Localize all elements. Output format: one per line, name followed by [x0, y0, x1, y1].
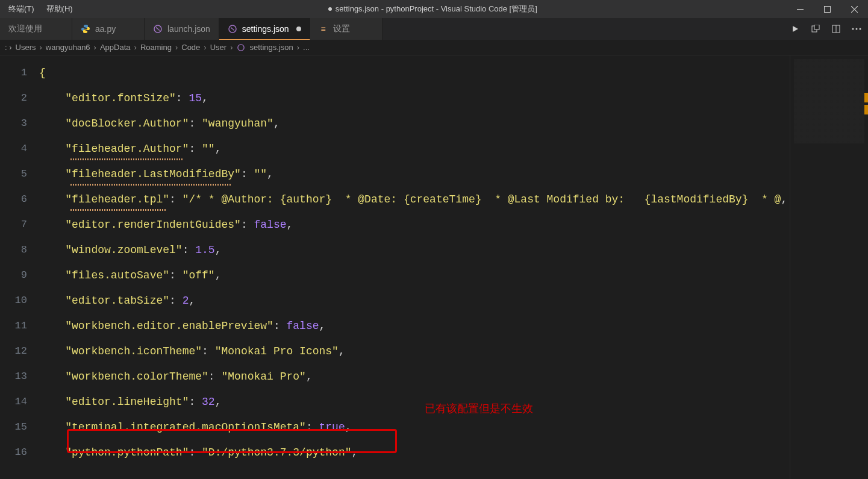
- tab-aa-py[interactable]: aa.py: [72, 18, 145, 40]
- scroll-marker-warn: [864, 105, 868, 114]
- breadcrumb-item[interactable]: Roaming: [140, 43, 172, 52]
- annotation-text: 已有该配置但是不生效: [425, 396, 533, 421]
- tab-actions: [784, 18, 868, 40]
- close-button[interactable]: [841, 0, 868, 18]
- tab-label: launch.json: [167, 24, 210, 34]
- line-number: 1: [0, 60, 27, 86]
- line-number: 4: [0, 136, 27, 161]
- json-icon: [236, 43, 246, 52]
- window-title-area: settings.json - pythonProject - Visual S…: [79, 4, 787, 14]
- breadcrumb-item[interactable]: Users: [16, 43, 36, 52]
- breadcrumb-item[interactable]: User: [210, 43, 226, 52]
- menu-help[interactable]: 帮助(H): [40, 0, 79, 18]
- line-number: 16: [0, 440, 27, 465]
- minimize-button[interactable]: [787, 0, 814, 18]
- code-line[interactable]: "files.autoSave": "off",: [39, 263, 790, 288]
- window-title: settings.json - pythonProject - Visual S…: [336, 4, 537, 14]
- code-line[interactable]: "fileheader.tpl": "/* * @Author: {author…: [39, 187, 790, 212]
- line-number: 13: [0, 364, 27, 389]
- line-number: 11: [0, 313, 27, 339]
- code-line[interactable]: "fileheader.LastModifiedBy": "",: [39, 161, 790, 187]
- minimap-content: [794, 59, 864, 143]
- line-number: 9: [0, 263, 27, 288]
- code-line[interactable]: "editor.tabSize": 2,: [39, 288, 790, 313]
- svg-point-9: [856, 28, 858, 30]
- line-number: 10: [0, 288, 27, 313]
- code-line[interactable]: "workbench.colorTheme": "Monokai Pro",: [39, 364, 790, 389]
- svg-point-11: [238, 44, 244, 50]
- tab-label: settings.json: [242, 24, 289, 34]
- svg-rect-0: [797, 9, 804, 10]
- maximize-button[interactable]: [814, 0, 841, 18]
- line-number: 8: [0, 237, 27, 263]
- line-number: 2: [0, 86, 27, 111]
- line-number: 14: [0, 389, 27, 415]
- json-icon: [153, 24, 163, 34]
- tab-settings[interactable]: ≡ 设置: [310, 18, 382, 40]
- line-number: 12: [0, 339, 27, 364]
- window-controls: [787, 0, 868, 18]
- svg-point-8: [852, 28, 854, 30]
- svg-rect-1: [825, 6, 831, 12]
- code-line[interactable]: "editor.renderIndentGuides": false,: [39, 212, 790, 237]
- open-preview-icon[interactable]: [810, 23, 821, 34]
- breadcrumb-item[interactable]: AppData: [100, 43, 131, 52]
- json-icon: [228, 24, 237, 34]
- python-icon: [81, 24, 90, 34]
- line-number: 3: [0, 111, 27, 136]
- warning-underline: [69, 184, 232, 186]
- menu-terminal[interactable]: 终端(T): [2, 0, 40, 18]
- code-line[interactable]: "editor.fontSize": 15,: [39, 86, 790, 111]
- breadcrumb-root: : ›: [5, 43, 12, 52]
- code-line[interactable]: "docBlocker.Author": "wangyuhan",: [39, 111, 790, 136]
- warning-underline: [69, 209, 166, 211]
- code-line[interactable]: "window.zoomLevel": 1.5,: [39, 237, 790, 263]
- line-number: 6: [0, 187, 27, 212]
- code-line[interactable]: {: [39, 60, 790, 86]
- menu-bar: 终端(T) 帮助(H): [0, 0, 79, 18]
- line-number: 15: [0, 415, 27, 440]
- run-icon[interactable]: [790, 23, 801, 34]
- tab-label: aa.py: [95, 24, 116, 34]
- code-line[interactable]: "workbench.editor.enablePreview": false,: [39, 313, 790, 339]
- scrollbar-vertical[interactable]: [862, 54, 868, 470]
- svg-point-10: [860, 28, 861, 30]
- minimap[interactable]: [790, 55, 868, 479]
- modified-dot-icon: [296, 27, 301, 31]
- code-line[interactable]: "fileheader.Author": "",: [39, 136, 790, 161]
- breadcrumb-item[interactable]: wangyuhan6: [46, 43, 90, 52]
- modified-indicator-dot: [328, 7, 332, 11]
- tab-label: 欢迎使用: [8, 23, 42, 34]
- breadcrumb-item[interactable]: Code: [181, 43, 200, 52]
- code-editor[interactable]: { "editor.fontSize": 15, "docBlocker.Aut…: [39, 55, 790, 479]
- breadcrumb-item[interactable]: ...: [303, 43, 310, 52]
- code-line[interactable]: "editor.lineHeight": 32,: [39, 389, 790, 415]
- title-bar: 终端(T) 帮助(H) settings.json - pythonProjec…: [0, 0, 868, 18]
- breadcrumb[interactable]: : › Users› wangyuhan6› AppData› Roaming›…: [0, 40, 868, 55]
- tab-welcome[interactable]: 欢迎使用: [0, 18, 72, 40]
- line-number-gutter: 12345678910111213141516: [0, 55, 39, 479]
- code-line[interactable]: "workbench.iconTheme": "Monokai Pro Icon…: [39, 339, 790, 364]
- line-number: 7: [0, 212, 27, 237]
- breadcrumb-item[interactable]: settings.json: [249, 43, 293, 52]
- more-actions-icon[interactable]: [851, 23, 862, 34]
- tab-bar: 欢迎使用 aa.py launch.json settings.json ≡ 设…: [0, 18, 868, 40]
- settings-icon: ≡: [319, 24, 328, 34]
- editor-area: 12345678910111213141516 { "editor.fontSi…: [0, 55, 868, 479]
- scroll-marker-warn: [864, 93, 868, 102]
- tab-settings-json[interactable]: settings.json: [219, 18, 310, 40]
- tab-label: 设置: [333, 23, 350, 34]
- split-editor-icon[interactable]: [831, 23, 841, 34]
- warning-underline: [69, 158, 184, 160]
- line-number: 5: [0, 161, 27, 187]
- svg-rect-5: [814, 25, 819, 30]
- annotation-highlight-box: [67, 429, 397, 453]
- tab-launch-json[interactable]: launch.json: [145, 18, 219, 40]
